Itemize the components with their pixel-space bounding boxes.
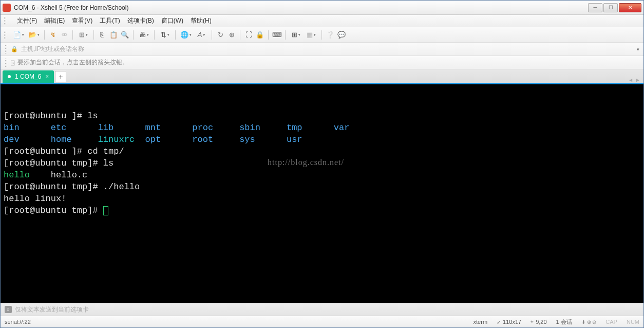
tab-close-icon[interactable]: × <box>45 73 49 80</box>
terminal-line: hello hello.c <box>4 169 640 181</box>
menu-window[interactable]: 窗口(W) <box>161 16 183 25</box>
disconnect-icon[interactable]: ⚮ <box>60 30 69 40</box>
tab-bar: 1 COM_6 × + ◄ ► <box>1 69 643 83</box>
send-icon[interactable]: » <box>5 306 12 313</box>
status-connection: serial://:22 <box>5 319 31 325</box>
terminal-line: hello linux! <box>4 193 640 205</box>
keyboard-icon[interactable]: ⌨ <box>272 30 281 40</box>
size-icon: ⤢ <box>497 319 501 325</box>
terminal-line: dev home linuxrc opt root sys usr <box>4 134 640 145</box>
separator <box>44 30 45 40</box>
status-indicators: ⬍ ⊕ ⊖ <box>581 319 597 325</box>
tab-status-icon <box>8 75 11 78</box>
globe-button[interactable]: 🌐▾ <box>179 30 193 40</box>
tab-prev-icon[interactable]: ◄ <box>628 77 633 83</box>
open-button[interactable]: 📂▾ <box>27 30 41 40</box>
menu-help[interactable]: 帮助(H) <box>191 16 212 25</box>
paste-icon[interactable]: 📋 <box>109 30 118 40</box>
status-bar: serial://:22 xterm ⤢110x17 ⌖9,20 1 会话 ⬍ … <box>1 316 643 327</box>
maximize-button[interactable]: ☐ <box>603 3 618 12</box>
status-num: NUM <box>627 319 639 325</box>
menu-edit[interactable]: 编辑(E) <box>44 16 65 25</box>
terminal-line: [root@ubuntu tmp]# ./hello <box>4 181 640 193</box>
status-term: xterm <box>473 319 488 325</box>
font-button[interactable]: A▾ <box>195 30 208 40</box>
refresh-icon[interactable]: ↻ <box>216 30 225 40</box>
terminal-line: [root@ubuntu ]# ls <box>4 110 640 122</box>
lock-icon[interactable]: 🔒 <box>255 30 264 40</box>
separator <box>212 30 212 40</box>
separator <box>285 30 286 40</box>
grip-icon <box>5 45 8 54</box>
cursor <box>103 206 108 215</box>
menu-tools[interactable]: 工具(T) <box>100 16 120 25</box>
separator <box>133 30 134 40</box>
menu-tabs[interactable]: 选项卡(B) <box>127 16 154 25</box>
status-size: ⤢110x17 <box>497 319 521 325</box>
grip-icon <box>4 16 7 26</box>
address-placeholder: 主机,IP地址或会话名称 <box>21 45 637 53</box>
terminal-line: [root@ubuntu ]# cd tmp/ <box>4 145 640 157</box>
transfer-button[interactable]: ⇅▾ <box>158 30 172 40</box>
menu-file[interactable]: 文件(F) <box>17 16 37 25</box>
address-bar[interactable]: 🔒 主机,IP地址或会话名称 ▾ <box>1 43 643 56</box>
feedback-icon[interactable]: 💬 <box>337 30 346 40</box>
nav-icon: ⬍ ⊕ ⊖ <box>581 319 597 325</box>
watermark-text: http://blog.csdn.net/ <box>268 156 344 168</box>
titlebar: COM_6 - Xshell 5 (Free for Home/School) … <box>1 1 643 15</box>
tab-com6[interactable]: 1 COM_6 × <box>3 70 54 83</box>
menubar: 文件(F) 编辑(E) 查看(V) 工具(T) 选项卡(B) 窗口(W) 帮助(… <box>1 15 643 27</box>
toolbar: 📄▾ 📂▾ ↯ ⚮ ⊞▾ ⎘ 📋 🔍 🖶▾ ⇅▾ 🌐▾ A▾ ↻ ⊕ ⛶ 🔒 ⌨… <box>1 27 643 43</box>
separator <box>240 30 240 40</box>
separator <box>175 30 176 40</box>
separator <box>93 30 94 40</box>
separator <box>154 30 155 40</box>
fullscreen-icon[interactable]: ⛶ <box>244 30 253 40</box>
new-button[interactable]: 📄▾ <box>12 30 25 40</box>
tab-next-icon[interactable]: ► <box>635 77 640 83</box>
addtab-button[interactable]: ⊞▾ <box>289 30 302 40</box>
tab-label: 1 COM_6 <box>15 73 41 80</box>
grip-icon <box>5 58 8 67</box>
lock-icon: 🔒 <box>11 46 18 52</box>
search-icon[interactable]: 🔍 <box>120 30 129 40</box>
separator <box>268 30 269 40</box>
status-pos: ⌖9,20 <box>531 319 546 325</box>
minimize-button[interactable]: ─ <box>588 3 602 12</box>
terminal[interactable]: http://blog.csdn.net/ [root@ubuntu ]# ls… <box>1 84 643 303</box>
hint-text: 要添加当前会话，点击左侧的箭头按钮。 <box>17 58 128 67</box>
window-title: COM_6 - Xshell 5 (Free for Home/School) <box>14 4 588 11</box>
reconnect-icon[interactable]: ↯ <box>48 30 58 40</box>
pos-icon: ⌖ <box>531 319 534 325</box>
compose-bar[interactable]: » 仅将文本发送到当前选项卡 <box>1 303 643 316</box>
compass-icon[interactable]: ⊕ <box>227 30 236 40</box>
app-icon <box>3 4 11 12</box>
status-sessions: 1 会话 <box>556 318 572 326</box>
copy-icon[interactable]: ⎘ <box>98 30 107 40</box>
tab-add-button[interactable]: + <box>55 71 66 82</box>
separator <box>321 30 322 40</box>
grip-icon <box>4 30 7 40</box>
separator <box>72 30 73 40</box>
dropdown-icon[interactable]: ▾ <box>637 47 639 52</box>
help-icon[interactable]: ❔ <box>326 30 335 40</box>
print-button[interactable]: 🖶▾ <box>137 30 150 40</box>
properties-button[interactable]: ⊞▾ <box>77 30 90 40</box>
layout-button[interactable]: ▦▾ <box>305 30 318 40</box>
terminal-line: [root@ubuntu tmp]# <box>4 205 640 216</box>
status-caps: CAP <box>605 319 617 325</box>
terminal-line: bin etc lib mnt proc sbin tmp var <box>4 122 640 134</box>
hint-bar: ⍈ 要添加当前会话，点击左侧的箭头按钮。 <box>1 56 643 69</box>
close-button[interactable]: ✕ <box>619 3 641 12</box>
bookmark-icon[interactable]: ⍈ <box>11 59 14 66</box>
menu-view[interactable]: 查看(V) <box>72 16 92 25</box>
compose-placeholder: 仅将文本发送到当前选项卡 <box>15 305 89 314</box>
